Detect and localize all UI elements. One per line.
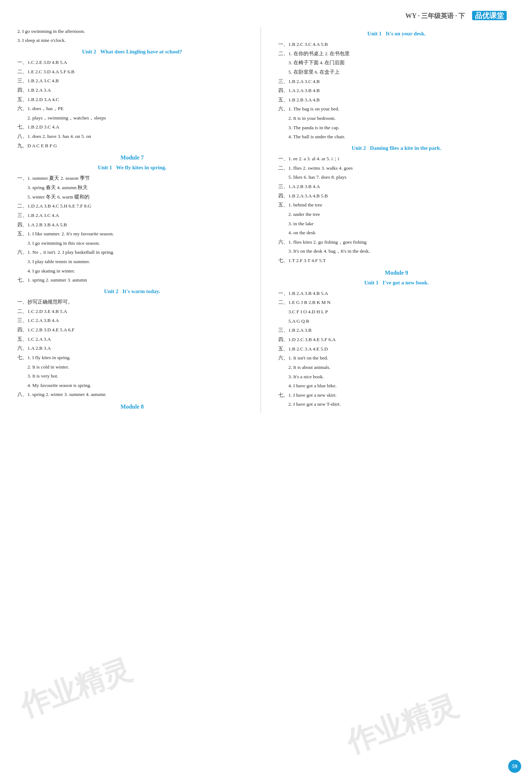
module9-title: Module 9	[275, 270, 518, 276]
unit2-warm-title: Unit 2 It's warm today.	[14, 288, 250, 295]
unit2-kite-title: Unit 2 Daming flies a kite in the park.	[275, 145, 518, 151]
unit1-desk-answers: 一、1.B 2.C 3.C 4.A 5.B 二、1. 在你的书桌上 2. 在书包…	[275, 40, 518, 141]
brand-label: 品优课堂	[472, 11, 507, 20]
header-text: WY · 三年级英语 · 下	[405, 12, 465, 19]
unit2-lingling-answers: 一、1.C 2.E 3.D 4.B 5.A 二、1.E 2.C 3.D 4.A …	[14, 58, 250, 150]
module7-title: Module 7	[14, 154, 250, 161]
left-column: 2. I go swimming in the afternoon. 3. I …	[14, 27, 261, 413]
unit1-book-title: Unit 1 I've got a new book.	[275, 280, 518, 286]
module8-title: Module 8	[14, 404, 250, 410]
watermark-right: 作业精灵	[341, 687, 463, 763]
unit1-spring-title: Unit 1 We fly kites in spring.	[14, 165, 250, 171]
intro-line-3: 3. I sleep at nine o'clock.	[17, 36, 250, 45]
page: WY · 三年级英语 · 下 品优课堂 2. I go swimming in …	[0, 0, 532, 780]
page-number: 59	[508, 760, 521, 773]
watermark-left: 作业精灵	[15, 650, 137, 727]
page-header: WY · 三年级英语 · 下 品优课堂	[14, 11, 518, 21]
right-column: Unit 1 It's on your desk. 一、1.B 2.C 3.C …	[261, 27, 518, 413]
unit2-lingling-title: Unit 2 What does Lingling have at school…	[14, 49, 250, 55]
unit2-warm-answers: 一、抄写正确规范即可。 二、1.C 2.D 3.E 4.B 5.A 三、1.C …	[14, 297, 250, 399]
main-content: 2. I go swimming in the afternoon. 3. I …	[14, 27, 518, 413]
unit1-spring-answers: 一、1. summer 夏天 2. season 季节 3. spring 春天…	[14, 174, 250, 285]
unit1-desk-title: Unit 1 It's on your desk.	[275, 31, 518, 37]
intro-line-2: 2. I go swimming in the afternoon.	[17, 27, 250, 36]
unit2-kite-answers: 一、1. ee 2. a 3. al 4. ar 5. i；i 二、1. fli…	[275, 154, 518, 265]
unit1-book-answers: 一、1.B 2.A 3.B 4.B 5.A 二、1.E G J R 2.B K …	[275, 289, 518, 409]
